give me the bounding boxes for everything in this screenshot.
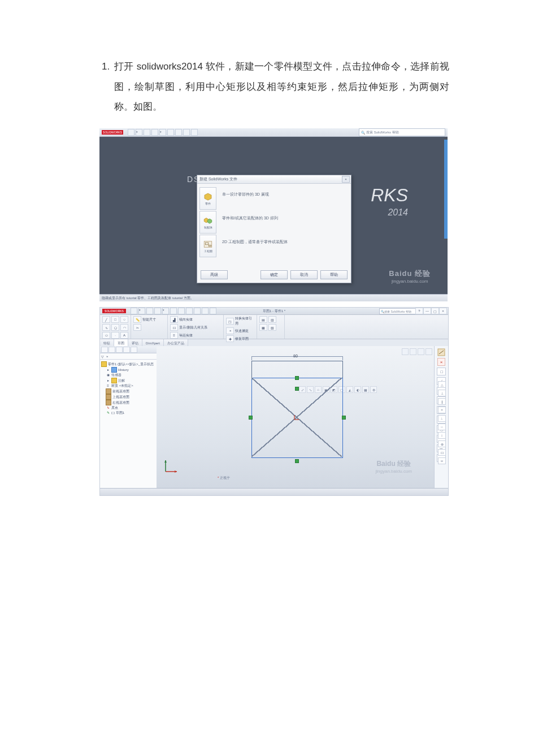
help-search-input[interactable]: 🔍 搜索 SolidWorks 帮助 <box>359 128 445 136</box>
point-tool-button[interactable]: · <box>111 332 119 339</box>
advanced-button[interactable]: 高级 <box>201 270 228 279</box>
tree-tab-property-icon[interactable] <box>108 347 115 353</box>
circle-tool-button[interactable]: ○ <box>120 316 128 323</box>
qat-save-icon[interactable] <box>154 308 161 314</box>
offset-button[interactable]: ≡ <box>170 332 178 339</box>
tree-history[interactable]: ▸History <box>101 367 155 373</box>
sketch-point[interactable] <box>249 416 253 420</box>
tree-right-plane[interactable]: 右视基准面 <box>101 400 155 405</box>
sketch-point[interactable] <box>295 459 299 463</box>
qat-options-icon[interactable] <box>183 129 190 136</box>
ribbon-display-2-icon[interactable]: ▥ <box>268 316 276 323</box>
qat-save-dropdown-icon[interactable] <box>162 308 169 314</box>
qat-new-icon[interactable] <box>128 129 134 136</box>
tree-tab-feature-icon[interactable] <box>101 347 108 353</box>
filter-icon[interactable]: ▽ <box>101 355 104 358</box>
tree-top-plane[interactable]: 上视基准面 <box>101 394 155 400</box>
exit-sketch-icon[interactable] <box>437 348 445 356</box>
dimension-value-top[interactable]: 80 <box>293 354 298 358</box>
ribbon-display-4-icon[interactable]: ▧ <box>268 324 276 331</box>
help-button-icon[interactable]: ? <box>415 308 423 314</box>
qat-print-icon[interactable] <box>170 308 177 314</box>
hud-4-icon[interactable] <box>426 348 432 355</box>
qat-rebuild-icon[interactable] <box>202 308 209 314</box>
qat-save-icon[interactable] <box>151 129 158 136</box>
relation-perpendicular[interactable]: ⟂ <box>438 415 446 422</box>
hud-1-icon[interactable] <box>402 348 409 355</box>
hv-apply-scene-icon[interactable]: ▦ <box>362 386 369 393</box>
tree-sensors[interactable]: ◉传感器 <box>101 373 155 378</box>
qat-new-dropdown-icon[interactable] <box>138 308 145 314</box>
rectangle-tool-button[interactable]: □ <box>111 316 119 323</box>
sketch-point[interactable] <box>295 376 299 380</box>
tree-tab-display-icon[interactable] <box>131 347 137 353</box>
relations-button[interactable]: ⊡ <box>170 324 178 331</box>
relation-midpoint[interactable]: ⊡ <box>438 449 446 456</box>
graphics-viewport[interactable]: ⤢ ⤡ ⌂ ▣ ◩ ▢ ◭ ◐ ▦ ⚙ 80 <box>157 346 435 489</box>
text-tool-button[interactable]: A <box>120 332 128 339</box>
task-pane-tab[interactable] <box>444 140 448 239</box>
qat-undo-icon[interactable] <box>178 308 185 314</box>
orientation-triad[interactable] <box>163 457 180 474</box>
qat-rebuild-icon[interactable] <box>191 129 198 136</box>
tree-root[interactable]: 零件1 (默认<<默认>_显示状态 <box>101 361 155 367</box>
dialog-option-assembly[interactable]: 装配体 零件和/或其它装配体的 3D 排列 <box>199 211 349 235</box>
filter-expand-icon[interactable]: » <box>106 355 108 358</box>
tree-front-plane[interactable]: 前视基准面 <box>101 388 155 394</box>
relation-collinear[interactable]: ↔ <box>438 424 446 430</box>
dialog-option-drawing[interactable]: 工程图 2D 工程制图，通常基于零件或装配体 <box>199 235 349 258</box>
qat-save-dropdown-icon[interactable] <box>159 129 166 136</box>
maximize-icon[interactable]: ▢ <box>431 308 439 314</box>
hud-2-icon[interactable] <box>410 348 416 355</box>
qat-open-icon[interactable] <box>146 308 153 314</box>
dialog-option-part[interactable]: 零件 单一设计零部件的 3D 展现 <box>199 187 349 211</box>
cancel-sketch-button[interactable]: × <box>437 358 445 366</box>
qat-open-icon[interactable] <box>144 129 150 136</box>
qat-options-icon[interactable] <box>210 308 216 314</box>
sketch-midpoint[interactable] <box>295 387 299 391</box>
spline-tool-button[interactable]: ∿ <box>102 324 110 331</box>
snap-button[interactable]: ⌖ <box>226 327 234 334</box>
tree-tab-config-icon[interactable] <box>116 347 123 353</box>
tree-material[interactable]: ≡材质 <未指定> <box>101 383 155 388</box>
rr-tool-1[interactable]: ☐ <box>437 368 446 375</box>
arc-tool-button[interactable]: ◠ <box>120 324 128 331</box>
help-button[interactable]: 帮助 <box>320 270 348 279</box>
dialog-close-button[interactable]: × <box>342 176 350 183</box>
ribbon-display-1-icon[interactable]: ▤ <box>259 316 267 323</box>
smart-dimension-button[interactable]: 📏 <box>133 316 141 323</box>
minimize-icon[interactable]: — <box>423 308 431 314</box>
repair-button[interactable]: ✚ <box>226 335 234 342</box>
relation-fix[interactable]: ⧈ <box>438 457 446 464</box>
relation-concentric[interactable]: ⊕ <box>438 440 446 447</box>
qat-new-icon[interactable] <box>131 308 137 314</box>
cancel-button[interactable]: 取消 <box>290 270 318 279</box>
expand-icon[interactable]: ▸ <box>106 368 110 373</box>
qat-undo-icon[interactable] <box>175 129 182 136</box>
ribbon-display-3-icon[interactable]: ▦ <box>259 324 267 331</box>
qat-new-dropdown-icon[interactable] <box>136 129 142 136</box>
tree-tab-dimxpert-icon[interactable] <box>123 347 130 353</box>
relation-horizontal[interactable]: △ <box>438 381 446 388</box>
tree-sketch1[interactable]: ✎(-) 草图1 <box>101 411 155 416</box>
slot-tool-button[interactable]: ⬭ <box>102 332 110 339</box>
qat-redo-icon[interactable] <box>186 308 193 314</box>
hv-hide-show-icon[interactable]: ◭ <box>346 386 353 393</box>
line-tool-button[interactable]: ╱ <box>102 316 110 323</box>
tree-annotations[interactable]: ▸注解 <box>101 378 155 383</box>
qat-select-icon[interactable] <box>194 308 201 314</box>
polygon-tool-button[interactable]: ⬠ <box>111 324 119 331</box>
hv-view-settings-icon[interactable]: ⚙ <box>370 386 377 393</box>
relation-coincident[interactable]: ↕ <box>438 432 446 439</box>
relation-equal[interactable]: = <box>438 407 446 413</box>
relation-vertical[interactable]: ⊥ <box>438 390 446 396</box>
convert-button[interactable]: ◳ <box>226 318 234 325</box>
trim-button[interactable]: ✂ <box>133 324 141 331</box>
sketch-point[interactable] <box>342 416 346 420</box>
hv-edit-appearance-icon[interactable]: ◐ <box>354 386 361 393</box>
tree-origin[interactable]: ↳原点 <box>101 405 155 411</box>
mirror-button[interactable]: ▟ <box>170 316 178 323</box>
close-icon[interactable]: × <box>439 308 447 314</box>
ok-button[interactable]: 确定 <box>261 270 288 279</box>
relation-parallel[interactable]: ∥ <box>438 398 446 405</box>
